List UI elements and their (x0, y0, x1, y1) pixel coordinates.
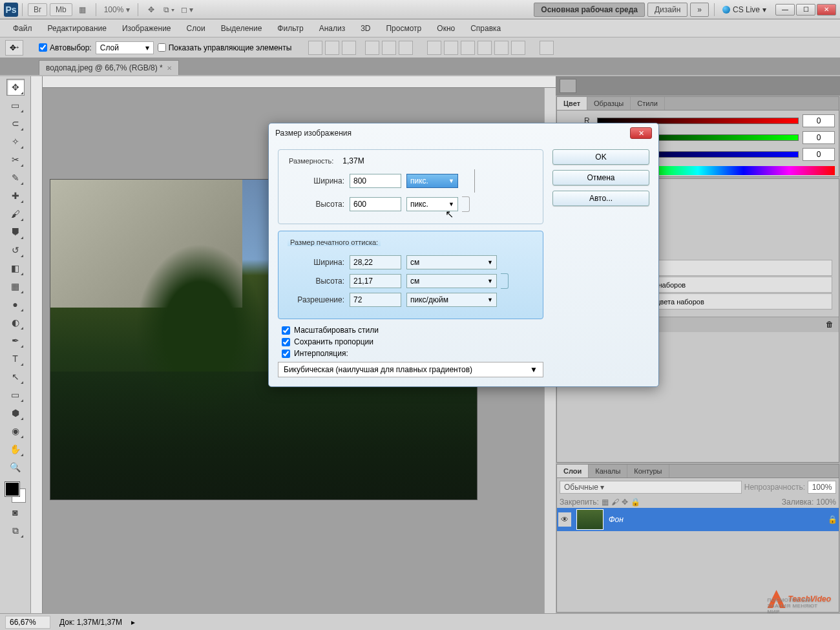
magic-wand-tool[interactable]: ✧ (6, 133, 25, 150)
autoselect-checkbox[interactable]: Автовыбор: (39, 43, 92, 52)
cslive-menu[interactable]: CS Live ▾ (719, 5, 770, 14)
minibridge-button[interactable]: Mb (50, 3, 72, 16)
menu-filter[interactable]: Фильтр (271, 21, 310, 36)
healing-tool[interactable]: ✚ (6, 187, 25, 204)
screen-mode-icon[interactable]: ◻ ▾ (180, 3, 195, 17)
lock-pixels-icon[interactable]: 🖌 (611, 498, 619, 507)
window-maximize[interactable]: ☐ (796, 4, 815, 16)
pixel-width-unit-select[interactable]: пикс.▼ (406, 174, 458, 188)
b-value[interactable]: 0 (803, 148, 835, 161)
close-tab-icon[interactable]: ✕ (167, 65, 172, 72)
color-swatches[interactable] (5, 482, 26, 503)
3d-camera-tool[interactable]: ◉ (6, 423, 25, 439)
3d-tool[interactable]: ⬢ (6, 404, 25, 421)
workspace-more[interactable]: » (690, 3, 709, 17)
hand-tool[interactable]: ✋ (6, 441, 25, 457)
tab-paths[interactable]: Контуры (627, 465, 669, 478)
zoom-combo[interactable]: 100% ▾ (100, 5, 134, 14)
lock-position-icon[interactable]: ✥ (622, 498, 628, 507)
align-vcenter-icon[interactable] (325, 41, 339, 55)
opacity-input[interactable]: 100% (808, 481, 836, 494)
resample-checkbox[interactable]: Интерполяция: (282, 349, 543, 358)
fill-input[interactable]: 100% (816, 498, 836, 507)
cancel-button[interactable]: Отмена (552, 170, 649, 185)
arrange-docs-icon[interactable]: ⧉ ▾ (162, 3, 177, 17)
type-tool[interactable]: T (6, 350, 25, 367)
distribute-bottom-icon[interactable] (461, 41, 475, 55)
marquee-tool[interactable]: ▭ (6, 97, 25, 114)
align-top-icon[interactable] (308, 41, 322, 55)
print-width-unit-select[interactable]: см▼ (406, 255, 497, 269)
align-right-icon[interactable] (399, 41, 413, 55)
distribute-right-icon[interactable] (511, 41, 525, 55)
autoselect-target-select[interactable]: Слой▾ (96, 41, 154, 54)
print-height-input[interactable] (350, 274, 401, 288)
eyedropper-tool[interactable]: ✎ (6, 169, 25, 186)
quick-mask-icon[interactable]: ◙ (6, 504, 25, 521)
menu-edit[interactable]: Редактирование (41, 21, 113, 36)
auto-button[interactable]: Авто... (552, 191, 649, 206)
menu-view[interactable]: Просмотр (379, 21, 428, 36)
pixel-height-unit-select[interactable]: пикс.▼ (406, 197, 458, 211)
menu-help[interactable]: Справка (464, 21, 507, 36)
lasso-tool[interactable]: ⊂ (6, 115, 25, 132)
minibridge-panel-icon[interactable] (560, 79, 576, 93)
print-width-input[interactable] (350, 255, 401, 269)
g-value[interactable]: 0 (803, 131, 835, 144)
window-minimize[interactable]: — (775, 4, 795, 16)
fg-color-swatch[interactable] (5, 482, 19, 496)
layer-visibility-icon[interactable]: 👁 (558, 512, 571, 527)
align-bottom-icon[interactable] (342, 41, 356, 55)
interpolation-select[interactable]: Бикубическая (наилучшая для плавных град… (278, 362, 543, 377)
resolution-unit-select[interactable]: пикс/дюйм▼ (406, 293, 497, 307)
blur-tool[interactable]: ● (6, 296, 25, 313)
stamp-tool[interactable]: ⛊ (6, 224, 25, 240)
menu-analysis[interactable]: Анализ (313, 21, 352, 36)
status-arrow-icon[interactable]: ▸ (131, 618, 135, 627)
distribute-vcenter-icon[interactable] (444, 41, 458, 55)
tab-layers[interactable]: Слои (557, 465, 589, 478)
align-hcenter-icon[interactable] (382, 41, 396, 55)
scale-styles-checkbox[interactable]: Масштабировать стили (282, 326, 543, 335)
workspace-essentials[interactable]: Основная рабочая среда (534, 3, 645, 17)
distribute-hcenter-icon[interactable] (494, 41, 509, 55)
tab-color[interactable]: Цвет (557, 97, 587, 110)
menu-select[interactable]: Выделение (215, 21, 269, 36)
status-zoom[interactable]: 66,67% (5, 616, 50, 629)
print-height-unit-select[interactable]: см▼ (406, 274, 497, 288)
shape-tool[interactable]: ▭ (6, 386, 25, 403)
ok-button[interactable]: OK (552, 149, 649, 165)
gradient-tool[interactable]: ▦ (6, 278, 25, 295)
dialog-close-button[interactable]: ✕ (630, 127, 652, 139)
resolution-input[interactable] (350, 293, 401, 307)
lock-all-icon[interactable]: 🔒 (631, 498, 640, 507)
blend-mode-select[interactable]: Обычные ▾ (560, 481, 742, 494)
menu-file[interactable]: Файл (6, 21, 39, 36)
bridge-button[interactable]: Br (28, 3, 47, 16)
move-tool[interactable]: ✥ (6, 79, 25, 96)
menu-3d[interactable]: 3D (354, 21, 377, 36)
align-left-icon[interactable] (365, 41, 379, 55)
constrain-proportions-checkbox[interactable]: Сохранить пропорции (282, 337, 543, 346)
pixel-height-input[interactable] (350, 197, 401, 211)
tab-channels[interactable]: Каналы (589, 465, 627, 478)
pen-tool[interactable]: ✒ (6, 332, 25, 349)
screen-mode-cycle-icon[interactable]: ⧉ (6, 522, 25, 539)
dodge-tool[interactable]: ◐ (6, 314, 25, 331)
tab-styles[interactable]: Стили (631, 97, 665, 110)
eraser-tool[interactable]: ◧ (6, 260, 25, 277)
pixel-width-input[interactable] (350, 174, 401, 188)
crop-tool[interactable]: ✂ (6, 151, 25, 168)
menu-image[interactable]: Изображение (116, 21, 178, 36)
path-select-tool[interactable]: ↖ (6, 368, 25, 385)
zoom-tool[interactable]: 🔍 (6, 459, 25, 476)
menu-window[interactable]: Окно (430, 21, 461, 36)
view-extras-icon[interactable]: ▦ (75, 3, 90, 17)
distribute-left-icon[interactable] (478, 41, 492, 55)
history-brush-tool[interactable]: ↺ (6, 242, 25, 258)
window-close[interactable]: ✕ (817, 4, 836, 16)
brush-tool[interactable]: 🖌 (6, 205, 25, 222)
document-tab[interactable]: водопад.jpeg @ 66,7% (RGB/8) * ✕ (39, 60, 179, 75)
tab-swatches[interactable]: Образцы (587, 97, 631, 110)
hand-tool-icon[interactable]: ✥ (143, 3, 159, 17)
